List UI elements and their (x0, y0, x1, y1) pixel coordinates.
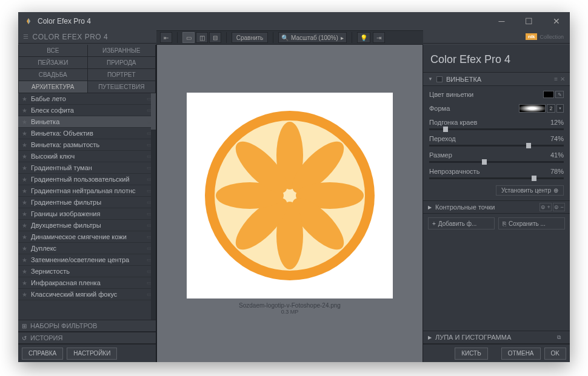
nik-collection-text: Collection (540, 34, 564, 40)
add-filter-button[interactable]: +Добавить ф... (428, 217, 495, 229)
color-swatch[interactable] (543, 91, 554, 98)
slider-track[interactable] (429, 177, 564, 179)
filter-item[interactable]: ★Градиентные фильтры▭ (18, 197, 156, 208)
filter-item[interactable]: ★Динамическое смягчение кожи▭ (18, 231, 156, 243)
star-icon[interactable]: ★ (22, 245, 27, 252)
slider-value: 78% (550, 168, 564, 175)
filter-item[interactable]: ★Виньетка: размытость▭ (18, 139, 156, 151)
star-icon[interactable]: ★ (22, 176, 27, 183)
category-пейзажи[interactable]: ПЕЙЗАЖИ (18, 57, 87, 69)
filter-item[interactable]: ★Затемнение/осветление центра▭ (18, 254, 156, 266)
maximize-button[interactable]: ☐ (515, 12, 543, 30)
cancel-button[interactable]: ОТМЕНА (501, 348, 541, 360)
category-избранные[interactable]: ИЗБРАННЫЕ (87, 45, 156, 57)
canvas-image[interactable] (187, 93, 393, 298)
slider-thumb[interactable] (482, 159, 487, 165)
view-single-icon[interactable]: ▭ (182, 32, 195, 43)
loupe-header[interactable]: ▶ ЛУПА И ГИСТОГРАММА ⧉ (423, 331, 570, 344)
star-icon[interactable]: ★ (22, 222, 27, 229)
expand-right-icon[interactable]: ⇥ (373, 32, 385, 43)
filter-label: Градиентный туман (31, 164, 92, 171)
filter-item[interactable]: ★Высокий ключ▭ (18, 151, 156, 162)
cp-add-plus-icon[interactable]: ⊚ + (540, 203, 552, 211)
category-свадьба[interactable]: СВАДЬБА (18, 69, 87, 81)
filter-label: Виньетка (31, 118, 59, 125)
filter-item[interactable]: ★Инфракрасная пленка▭ (18, 277, 156, 289)
star-icon[interactable]: ★ (22, 96, 27, 102)
view-split-v-icon[interactable]: ◫ (196, 32, 208, 43)
category-архитектура[interactable]: АРХИТЕКТУРА (18, 81, 87, 93)
filter-sets-header[interactable]: ⊞ НАБОРЫ ФИЛЬТРОВ (18, 320, 156, 332)
star-icon[interactable]: ★ (22, 107, 27, 114)
expand-left-icon[interactable]: ⇤ (160, 32, 172, 43)
slider-track[interactable] (429, 145, 564, 147)
star-icon[interactable]: ★ (22, 291, 27, 298)
remove-icon[interactable]: ✕ (560, 76, 565, 82)
star-icon[interactable]: ★ (22, 211, 27, 217)
control-points-header[interactable]: ▶ Контрольные точки ⊚ + ⊚ − (423, 200, 570, 214)
detach-icon[interactable]: ⧉ (553, 333, 565, 341)
category-все[interactable]: ВСЕ (18, 45, 87, 57)
save-preset-button[interactable]: ⎘Сохранить ... (498, 217, 565, 229)
compare-button[interactable]: Сравнить (232, 32, 268, 43)
star-icon[interactable]: ★ (22, 234, 27, 240)
filter-label: Классический мягкий фокус (31, 291, 117, 298)
scrollbar-thumb[interactable] (151, 93, 156, 130)
filter-item[interactable]: ★Классический мягкий фокус▭ (18, 289, 156, 300)
slider-thumb[interactable] (532, 176, 536, 181)
category-путешествия[interactable]: ПУТЕШЕСТВИЯ (87, 81, 156, 93)
slider-thumb[interactable] (443, 127, 448, 132)
slider-track[interactable] (429, 161, 564, 163)
filter-item[interactable]: ★Виньетка: Объектив▭ (18, 128, 156, 139)
color-picker-icon[interactable]: ✎ (555, 91, 564, 98)
star-icon[interactable]: ★ (22, 119, 27, 125)
filter-label: Градиентные фильтры (31, 199, 101, 206)
cp-add-minus-icon[interactable]: ⊚ − (553, 203, 565, 211)
category-портрет[interactable]: ПОРТРЕТ (87, 69, 156, 81)
category-природа[interactable]: ПРИРОДА (87, 57, 156, 69)
zoom-dropdown[interactable]: 🔍 Масштаб (100%) ▸ (278, 32, 347, 43)
filter-item[interactable]: ★Виньетка▭ (18, 116, 156, 128)
star-icon[interactable]: ★ (22, 165, 27, 171)
vignette-checkbox[interactable] (436, 76, 443, 82)
star-icon[interactable]: ★ (22, 199, 27, 206)
minimize-button[interactable]: ─ (488, 12, 515, 30)
set-center-button[interactable]: Установить центр ⊕ (496, 185, 564, 196)
preset-icon[interactable]: ≡ (554, 76, 558, 82)
star-icon[interactable]: ★ (22, 188, 27, 194)
filter-scrollbar[interactable] (151, 93, 156, 320)
shape-preview (519, 104, 546, 113)
filter-label: Зернистость (31, 268, 70, 275)
star-icon[interactable]: ★ (22, 153, 27, 160)
star-icon[interactable]: ★ (22, 280, 27, 286)
star-icon[interactable]: ★ (22, 142, 27, 148)
filter-item[interactable]: ★Двухцветные фильтры▭ (18, 220, 156, 231)
slider-thumb[interactable] (526, 143, 531, 148)
close-button[interactable]: ✕ (543, 12, 570, 30)
filter-item[interactable]: ★Бабье лето▭ (18, 93, 156, 105)
vignette-header[interactable]: ▼ ВИНЬЕТКА ≡ ✕ (423, 73, 570, 86)
filter-item[interactable]: ★Границы изображения▭ (18, 208, 156, 220)
filter-item[interactable]: ★Градиентный туман▭ (18, 162, 156, 174)
filter-item[interactable]: ★Градиентный пользовательский▭ (18, 174, 156, 185)
slider-track[interactable] (429, 128, 564, 130)
brush-button[interactable]: КИСТЬ (455, 348, 488, 360)
lightbulb-icon[interactable]: 💡 (357, 32, 370, 43)
settings-button[interactable]: НАСТРОЙКИ (67, 348, 117, 360)
ok-button[interactable]: OK (544, 348, 566, 360)
shape-dropdown-icon[interactable]: ▼ (556, 104, 564, 113)
history-header[interactable]: ↺ ИСТОРИЯ (18, 332, 156, 344)
filter-item[interactable]: ★Градиентная нейтральная плотнс▭ (18, 185, 156, 197)
filter-item[interactable]: ★Блеск софита▭ (18, 105, 156, 116)
history-icon: ↺ (22, 335, 27, 341)
view-split-h-icon[interactable]: ⊟ (209, 32, 221, 43)
help-button[interactable]: СПРАВКА (22, 348, 63, 360)
star-icon[interactable]: ★ (22, 130, 27, 137)
filter-item[interactable]: ★Дуплекс▭ (18, 243, 156, 254)
star-icon[interactable]: ★ (22, 257, 27, 263)
collapse-icon: ▼ (428, 76, 433, 82)
shape-value: 2 (547, 104, 555, 113)
filter-item[interactable]: ★Зернистость▭ (18, 266, 156, 277)
shape-label: Форма (429, 105, 519, 112)
star-icon[interactable]: ★ (22, 268, 27, 275)
